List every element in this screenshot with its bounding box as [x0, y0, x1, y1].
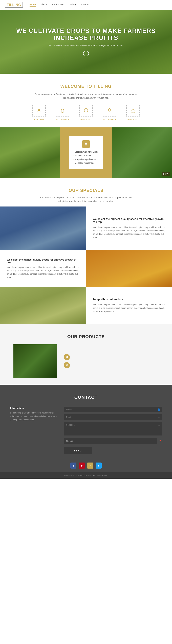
feature-label-2: Accusantium [56, 118, 69, 121]
hero-subtext: Sed Ut Perspiciatis Unde Omnis Iste Natu… [0, 44, 172, 47]
footer: Copyright © 2016 Company name All rights… [0, 472, 172, 479]
specials-row-1: We select the highest quality seeds for … [0, 206, 172, 250]
mid-card-item-2: Temporibus autem [72, 154, 100, 158]
feature-label-4: Accusantium [103, 118, 116, 121]
name-field-group: 👤 [64, 406, 162, 412]
mid-banner: Vestibulum auctor dapibus Temporibus aut… [0, 128, 172, 178]
contact-section: CONTACT Information Sed ut perspiciatis … [0, 384, 172, 459]
footer-text: Copyright © 2016 Company name All rights… [64, 474, 108, 476]
product-items: 01 02 [64, 354, 70, 368]
mid-left-image [0, 128, 60, 178]
hero-scroll-button[interactable]: ↓ [83, 51, 89, 56]
message-icon: ✉ [158, 424, 160, 426]
feature-icon-2 [56, 105, 69, 116]
email-field-group: ✉ [64, 414, 162, 420]
logo-highlight: T [7, 3, 9, 7]
nav-home[interactable]: Home [30, 3, 36, 6]
specials-image-straw [0, 287, 86, 324]
mid-card-item-4: Molestiae recusandae [72, 161, 100, 165]
send-button[interactable]: SEND [64, 447, 92, 454]
feature-icon-5 [126, 105, 140, 116]
feature-label-3: Perspiciatis [79, 118, 93, 121]
specials-title-3: Temporibus quibusdam [93, 298, 165, 301]
specials-intro: Temporibus autem quibusdam et aut offici… [39, 196, 133, 203]
mid-card-icon [82, 140, 90, 148]
feature-icon-3 [79, 105, 93, 116]
twitter-button[interactable]: t [96, 462, 102, 468]
specials-title-1: We select the highest quality seeds for … [93, 218, 165, 224]
specials-grid: We select the highest quality seeds for … [0, 206, 172, 324]
facebook-button[interactable]: f [70, 462, 76, 468]
user-icon: 👤 [158, 408, 160, 411]
features-row: Voluptatem Accusantium Perspiciatis [14, 105, 158, 121]
welcome-section: WELCOME TO TILLING Temporibus autem quib… [0, 74, 172, 128]
product-num-2: 02 [64, 362, 70, 368]
hero-headline: WE CULTIVATE CROPS TO MAKE FARMERS INCRE… [0, 27, 172, 42]
specials-text-2: We select the highest quality seeds for … [0, 250, 86, 287]
hero-content: WE CULTIVATE CROPS TO MAKE FARMERS INCRE… [0, 27, 172, 56]
contact-info-body: Sed ut perspiciatis unde omnis iste natu… [10, 411, 57, 422]
specials-row-3: Temporibus quibusdam Nam libero tempore,… [0, 287, 172, 324]
message-field-group: ✉ [64, 422, 162, 436]
nav-shortcodes[interactable]: Shortcodes [52, 3, 64, 6]
feature-label-5: Perspiciatis [126, 118, 140, 121]
contact-title: CONTACT [10, 395, 162, 400]
email-input[interactable] [64, 414, 162, 420]
svg-rect-1 [62, 109, 63, 112]
feature-5: Perspiciatis [126, 105, 140, 121]
product-image [14, 344, 57, 378]
mid-card-item-3: voluptates repudiandae [72, 158, 100, 161]
contact-info: Information Sed ut perspiciatis unde omn… [10, 406, 57, 454]
mid-right-image: INFO [112, 128, 172, 178]
nav-links: Home About Shortcodes Gallery Contact [30, 3, 90, 6]
mid-card: Vestibulum auctor dapibus Temporibus aut… [69, 136, 103, 169]
site-logo[interactable]: TILLING [5, 2, 23, 8]
specials-title-2: We select the highest quality seeds for … [7, 258, 79, 264]
chevron-down-icon: ↓ [86, 52, 87, 55]
specials-text-1: We select the highest quality seeds for … [86, 206, 172, 250]
specials-text-3: Temporibus quibusdam Nam libero tempore,… [86, 287, 172, 324]
products-section: OUR PRODUCTS 01 02 [0, 324, 172, 384]
name-input[interactable] [64, 406, 162, 412]
feature-1: Voluptatem [32, 105, 46, 121]
email-icon: ✉ [158, 416, 160, 418]
pinterest-button[interactable]: p [79, 462, 85, 468]
location-icon: 📍 [158, 440, 162, 443]
specials-image-peaches [86, 250, 172, 287]
feature-3: Perspiciatis [79, 105, 93, 121]
welcome-title: WELCOME TO TILLING [14, 84, 158, 89]
feature-4: Accusantium [103, 105, 116, 121]
navbar: TILLING Home About Shortcodes Gallery Co… [0, 0, 172, 10]
feature-2: Accusantium [56, 105, 69, 121]
contact-inner: Information Sed ut perspiciatis unde omn… [10, 406, 162, 454]
svg-point-0 [38, 109, 40, 111]
specials-title: OUR SPECIALS [14, 188, 158, 193]
message-input[interactable] [64, 422, 162, 436]
product-num-1: 01 [64, 354, 70, 360]
nav-gallery[interactable]: Gallery [69, 3, 76, 6]
products-content: 01 02 [14, 344, 158, 378]
product-item-1: 01 [64, 354, 70, 360]
specials-body-3: Nam libero tempore, cum soluta nobis est… [93, 303, 165, 313]
logo-text: ILLING [9, 3, 21, 7]
contact-form: 👤 ✉ ✉ Greece 📍 SEND [64, 406, 162, 454]
social-bar: f p i t [0, 459, 172, 472]
specials-body-1: Nam libero tempore, cum soluta nobis est… [93, 226, 165, 240]
nav-contact[interactable]: Contact [82, 3, 90, 6]
product-item-2: 02 [64, 362, 70, 368]
instagram-button[interactable]: i [87, 462, 93, 468]
specials-section: OUR SPECIALS Temporibus autem quibusdam … [0, 178, 172, 206]
feature-label-1: Voluptatem [32, 118, 46, 121]
specials-body-2: Nam libero tempore, cum soluta nobis est… [7, 266, 79, 279]
welcome-body: Temporibus autem quibusdam et aut offici… [32, 92, 140, 100]
hero-section: WE CULTIVATE CROPS TO MAKE FARMERS INCRE… [0, 10, 172, 74]
mid-card-list: Vestibulum auctor dapibus Temporibus aut… [72, 150, 100, 165]
mid-center-panel: Vestibulum auctor dapibus Temporibus aut… [60, 128, 112, 178]
nav-about[interactable]: About [41, 3, 47, 6]
info-badge: INFO [162, 172, 170, 176]
svg-rect-5 [86, 145, 86, 146]
specials-row-2: We select the highest quality seeds for … [0, 250, 172, 287]
feature-icon-1 [32, 105, 46, 116]
specials-image-grapes [0, 206, 86, 250]
products-title: OUR PRODUCTS [14, 334, 158, 339]
